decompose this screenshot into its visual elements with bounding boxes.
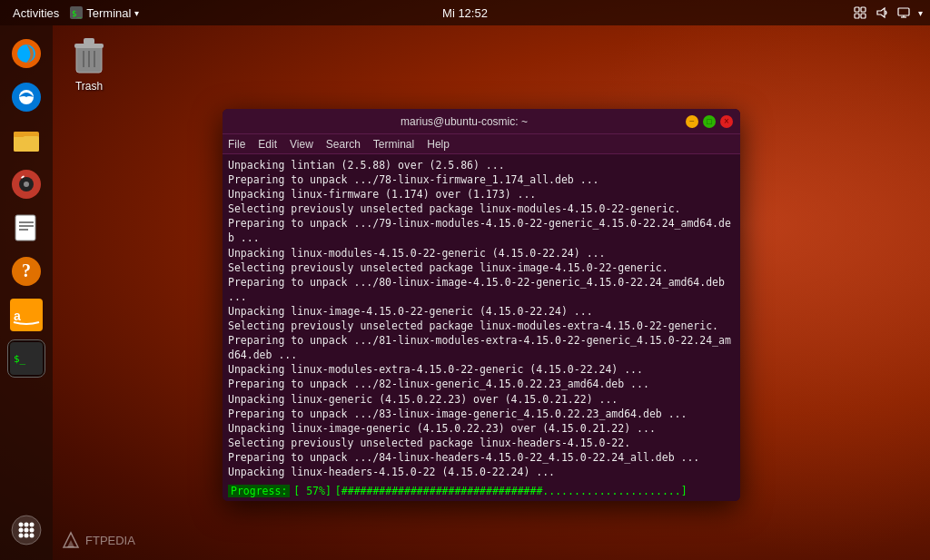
terminal-line-12: Preparing to unpack .../81-linux-modules… bbox=[228, 333, 735, 348]
svg-text:$_: $_ bbox=[14, 353, 26, 365]
system-icon bbox=[896, 5, 911, 20]
maximize-button[interactable]: □ bbox=[703, 115, 716, 128]
dock: ? a $_ bbox=[0, 25, 53, 560]
trash-icon bbox=[67, 33, 111, 76]
terminal-line-11: Selecting previously unselected package … bbox=[228, 319, 735, 333]
terminal-line-7: Selecting previously unselected package … bbox=[228, 260, 735, 275]
svg-point-34 bbox=[25, 523, 29, 527]
terminal-progress-area: Progress: [ 57%] [######################… bbox=[223, 483, 740, 501]
svg-rect-44 bbox=[84, 38, 94, 44]
terminal-line-0: Unpacking lintian (2.5.88) over (2.5.86)… bbox=[228, 158, 735, 172]
progress-label: Progress: bbox=[228, 485, 290, 497]
menu-file[interactable]: File bbox=[228, 138, 245, 151]
terminal-line-10: Unpacking linux-image-4.15.0-22-generic … bbox=[228, 304, 735, 319]
terminal-line-1: Preparing to unpack .../78-linux-firmwar… bbox=[228, 172, 735, 187]
svg-rect-16 bbox=[14, 132, 25, 137]
terminal-line-5: b ... bbox=[228, 231, 735, 245]
ftpedia-logo: FTPEDIA bbox=[62, 531, 135, 549]
svg-point-40 bbox=[25, 534, 29, 538]
activities-button[interactable]: Activities bbox=[7, 6, 64, 20]
terminal-line-15: Preparing to unpack .../82-linux-generic… bbox=[228, 377, 735, 391]
svg-point-33 bbox=[19, 523, 24, 527]
terminal-line-17: Preparing to unpack .../83-linux-image-g… bbox=[228, 407, 735, 421]
trash-label: Trash bbox=[75, 80, 103, 93]
progress-line: Progress: [ 57%] [######################… bbox=[228, 485, 735, 497]
desktop-trash[interactable]: Trash bbox=[67, 33, 111, 93]
svg-rect-4 bbox=[855, 14, 859, 18]
menu-help[interactable]: Help bbox=[427, 138, 450, 151]
menu-edit[interactable]: Edit bbox=[258, 138, 277, 151]
svg-point-38 bbox=[30, 528, 35, 533]
terminal-line-4: Preparing to unpack .../79-linux-modules… bbox=[228, 216, 735, 231]
terminal-line-6: Unpacking linux-modules-4.15.0-22-generi… bbox=[228, 246, 735, 260]
svg-rect-3 bbox=[861, 7, 866, 12]
menu-terminal[interactable]: Terminal bbox=[373, 138, 414, 151]
dock-icon-music[interactable] bbox=[7, 165, 45, 203]
svg-point-39 bbox=[19, 534, 24, 538]
terminal-line-2: Unpacking linux-firmware (1.174) over (1… bbox=[228, 187, 735, 201]
menu-view[interactable]: View bbox=[290, 138, 313, 151]
dock-icon-document[interactable] bbox=[7, 209, 45, 247]
svg-rect-21 bbox=[15, 215, 35, 241]
svg-point-37 bbox=[25, 528, 29, 533]
topbar-app-name[interactable]: Terminal bbox=[86, 6, 131, 20]
terminal-line-20: Preparing to unpack .../84-linux-headers… bbox=[228, 450, 735, 465]
topbar-dropdown-arrow[interactable]: ▾ bbox=[134, 8, 139, 18]
dock-icon-thunderbird[interactable] bbox=[7, 78, 45, 116]
terminal-title: marius@ubuntu-cosmic: ~ bbox=[242, 115, 686, 128]
ftpedia-label: FTPEDIA bbox=[85, 534, 135, 547]
progress-bar: [################################.......… bbox=[335, 485, 688, 497]
topbar-right: ▾ bbox=[853, 5, 923, 20]
dock-icon-terminal[interactable]: $_ bbox=[7, 339, 45, 378]
progress-percent: [ 57%] bbox=[293, 485, 331, 497]
topbar-app: $_ Terminal ▾ bbox=[70, 6, 139, 20]
svg-rect-2 bbox=[855, 7, 859, 12]
svg-marker-6 bbox=[877, 8, 885, 17]
network-icon bbox=[853, 5, 867, 20]
terminal-line-21: Unpacking linux-headers-4.15.0-22 (4.15.… bbox=[228, 465, 735, 479]
svg-rect-5 bbox=[861, 14, 866, 18]
svg-point-36 bbox=[19, 528, 24, 533]
svg-point-19 bbox=[24, 182, 29, 187]
minimize-button[interactable]: − bbox=[686, 115, 698, 128]
terminal-line-14: Unpacking linux-modules-extra-4.15.0-22-… bbox=[228, 362, 735, 377]
terminal-line-9: ... bbox=[228, 290, 735, 304]
window-buttons: − □ × bbox=[686, 115, 733, 128]
dock-icon-help[interactable]: ? bbox=[7, 252, 45, 290]
menu-search[interactable]: Search bbox=[326, 138, 361, 151]
terminal-line-19: Selecting previously unselected package … bbox=[228, 436, 735, 450]
dock-icon-appgrid[interactable] bbox=[7, 511, 45, 549]
svg-point-41 bbox=[30, 534, 35, 538]
svg-point-35 bbox=[30, 523, 35, 527]
svg-text:?: ? bbox=[22, 260, 31, 280]
terminal-menubar: File Edit View Search Terminal Help bbox=[223, 134, 740, 154]
volume-icon bbox=[875, 5, 889, 20]
svg-text:$_: $_ bbox=[72, 9, 82, 18]
dock-icon-amazon[interactable]: a bbox=[7, 296, 45, 334]
topbar-clock: Mi 12:52 bbox=[442, 6, 488, 20]
terminal-titlebar: marius@ubuntu-cosmic: ~ − □ × bbox=[223, 109, 740, 134]
terminal-line-8: Preparing to unpack .../80-linux-image-4… bbox=[228, 275, 735, 290]
close-button[interactable]: × bbox=[720, 115, 733, 128]
terminal-line-13: d64.deb ... bbox=[228, 348, 735, 362]
dock-icon-firefox[interactable] bbox=[7, 34, 45, 73]
svg-marker-49 bbox=[67, 540, 74, 547]
topbar: Activities $_ Terminal ▾ Mi 12:52 bbox=[0, 0, 930, 25]
terminal-window: marius@ubuntu-cosmic: ~ − □ × File Edit … bbox=[223, 109, 740, 501]
svg-text:a: a bbox=[14, 309, 21, 323]
terminal-body[interactable]: Unpacking lintian (2.5.88) over (2.5.86)… bbox=[223, 154, 740, 483]
terminal-line-16: Unpacking linux-generic (4.15.0.22.23) o… bbox=[228, 392, 735, 407]
topbar-left: Activities $_ Terminal ▾ bbox=[7, 6, 139, 20]
svg-rect-7 bbox=[898, 8, 909, 15]
terminal-line-3: Selecting previously unselected package … bbox=[228, 201, 735, 216]
dock-icon-files[interactable] bbox=[7, 122, 45, 160]
terminal-line-18: Unpacking linux-image-generic (4.15.0.22… bbox=[228, 421, 735, 436]
topbar-dropdown-system[interactable]: ▾ bbox=[918, 8, 923, 18]
terminal-tray-icon: $_ bbox=[70, 6, 83, 19]
ftpedia-icon bbox=[62, 531, 80, 549]
svg-rect-15 bbox=[14, 136, 39, 152]
